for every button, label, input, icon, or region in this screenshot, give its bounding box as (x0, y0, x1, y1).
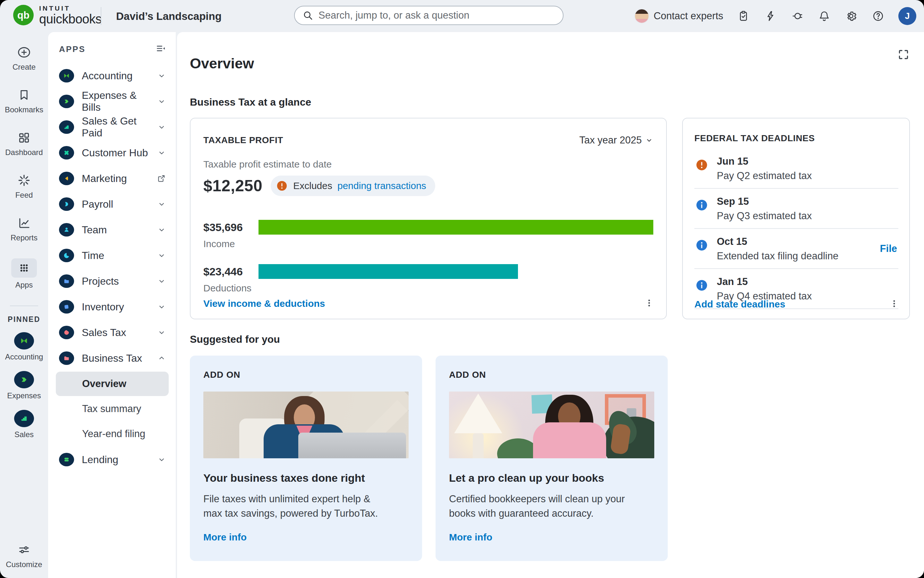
deadline-row: Oct 15 Extended tax filing deadline File (694, 229, 898, 269)
deductions-bar-group: $23,446 Deductions (203, 264, 653, 294)
app-item-sales-get-paid[interactable]: Sales & Get Paid (56, 114, 169, 140)
rail-item-create[interactable]: Create (13, 45, 36, 71)
info-icon (695, 198, 709, 212)
rail-item-reports[interactable]: Reports (11, 216, 37, 242)
apps-panel: APPS Accounting Expenses & Bills Sales &… (48, 32, 176, 578)
projects-folder-icon (59, 274, 74, 288)
chevron-down-icon (157, 251, 166, 260)
tax-year-selector[interactable]: Tax year 2025 (579, 135, 653, 146)
chevron-down-icon (157, 225, 166, 234)
search-input[interactable]: Search, jump to, or ask a question (294, 6, 563, 25)
create-plus-icon (17, 45, 31, 60)
app-item-payroll[interactable]: Payroll (56, 191, 169, 217)
subitem-business-tax-year-end[interactable]: Year-end filing (56, 422, 169, 446)
estimate-label: Taxable profit estimate to date (203, 159, 653, 170)
rail-item-apps[interactable]: Apps (11, 258, 37, 289)
integrations-plug-icon[interactable] (791, 9, 804, 23)
pinned-item-accounting[interactable]: Accounting (5, 332, 43, 361)
lending-coins-icon (59, 453, 74, 466)
promo-card-cleanup-books[interactable]: ADD ON (435, 356, 668, 561)
app-item-sales-tax[interactable]: Sales Tax (56, 320, 169, 345)
pinned-item-sales[interactable]: Sales (14, 410, 34, 439)
topbar-divider (101, 7, 101, 25)
chevron-down-icon (157, 302, 166, 311)
app-item-projects[interactable]: Projects (56, 268, 169, 294)
card-menu-kebab-icon[interactable] (888, 297, 900, 311)
search-icon (303, 10, 313, 21)
customer-hub-clover-icon (59, 146, 74, 159)
more-info-link[interactable]: More info (449, 532, 492, 543)
income-deductions-chart: $35,696 Income $23,446 Deductions (203, 220, 653, 294)
expenses-arrow-icon (59, 95, 74, 108)
expert-avatar (634, 9, 649, 23)
chevron-down-icon (157, 328, 166, 337)
company-name[interactable]: David’s Landscaping (116, 10, 222, 23)
taxable-profit-value: $12,250 (203, 177, 262, 195)
app-item-accounting[interactable]: Accounting (56, 63, 169, 89)
add-state-deadlines-link[interactable]: Add state deadlines (694, 299, 785, 310)
chevron-down-icon (157, 71, 166, 80)
contact-experts-button[interactable]: Contact experts (634, 9, 723, 23)
income-label: Income (203, 239, 653, 249)
rail-item-customize[interactable]: Customize (6, 542, 42, 569)
user-avatar[interactable]: J (898, 7, 916, 25)
intuit-wordmark: INTUIT (39, 5, 102, 11)
left-rail: Create Bookmarks Dashboard Feed Reports … (0, 32, 48, 578)
quickbooks-app-window: qb INTUIT quickbooks David’s Landscaping… (0, 0, 924, 578)
promo-card-business-taxes[interactable]: ADD ON Your business taxes done right Fi… (190, 356, 422, 561)
chevron-down-icon (157, 97, 166, 106)
lamp-base (473, 433, 484, 458)
card-menu-kebab-icon[interactable] (643, 297, 655, 310)
external-link-icon (157, 174, 166, 183)
app-item-lending[interactable]: Lending (56, 447, 169, 472)
alert-icon (695, 158, 709, 172)
main-content: Overview Business Tax at a glance TAXABL… (177, 32, 924, 578)
apps-panel-title: APPS (59, 44, 86, 54)
subitem-business-tax-overview[interactable]: Overview (56, 372, 169, 396)
topbar-actions: Contact experts J (634, 0, 916, 32)
settings-gear-icon[interactable] (845, 9, 858, 23)
pending-transactions-link[interactable]: pending transactions (337, 180, 426, 191)
svg-text:qb: qb (17, 10, 29, 21)
rail-item-dashboard[interactable]: Dashboard (5, 130, 43, 157)
pinned-section-label: PINNED (8, 315, 40, 324)
pinned-item-expenses[interactable]: Expenses (7, 371, 41, 400)
quickbooks-logo[interactable]: qb INTUIT quickbooks (13, 5, 102, 26)
business-tax-folder-icon (59, 351, 74, 365)
chevron-up-icon (157, 354, 166, 363)
app-item-team[interactable]: Team (56, 217, 169, 243)
tasks-clipboard-icon[interactable] (737, 9, 750, 23)
sales-stairs-icon (59, 120, 74, 134)
help-icon[interactable] (871, 9, 885, 23)
alert-icon (276, 180, 288, 192)
notifications-bell-icon[interactable] (817, 9, 831, 23)
app-item-marketing[interactable]: Marketing (56, 166, 169, 191)
app-item-business-tax[interactable]: Business Tax (56, 345, 169, 371)
accounting-bowtie-icon (59, 69, 74, 83)
feed-burst-icon (17, 173, 31, 188)
accounting-bowtie-icon (14, 332, 34, 349)
chevron-down-icon (157, 455, 166, 464)
rail-item-bookmarks[interactable]: Bookmarks (5, 88, 43, 114)
subitem-business-tax-summary[interactable]: Tax summary (56, 397, 169, 421)
app-item-expenses-bills[interactable]: Expenses & Bills (56, 89, 169, 114)
view-income-deductions-link[interactable]: View income & deductions (203, 298, 325, 309)
marketing-arrow-icon (59, 172, 74, 185)
person-pink-shirt (533, 422, 606, 458)
deadline-row: Jun 15 Pay Q2 estimated tax (694, 149, 898, 189)
fullscreen-expand-icon[interactable] (897, 48, 910, 62)
rail-item-feed[interactable]: Feed (15, 173, 33, 200)
app-item-customer-hub[interactable]: Customer Hub (56, 140, 169, 166)
app-item-inventory[interactable]: Inventory (56, 294, 169, 320)
promo-body: Certified bookkeepers will clean up your… (449, 492, 654, 521)
income-bar-group: $35,696 Income (203, 220, 653, 249)
collapse-panel-icon[interactable] (155, 43, 166, 55)
app-item-time[interactable]: Time (56, 243, 169, 268)
add-on-tag: ADD ON (203, 370, 409, 380)
file-link[interactable]: File (880, 243, 897, 255)
shortcuts-bolt-icon[interactable] (764, 9, 777, 23)
more-info-link[interactable]: More info (203, 532, 247, 543)
taxable-profit-card: TAXABLE PROFIT Tax year 2025 Taxable pro… (190, 118, 667, 319)
info-icon (695, 279, 709, 292)
taxable-profit-heading: TAXABLE PROFIT (203, 135, 283, 145)
